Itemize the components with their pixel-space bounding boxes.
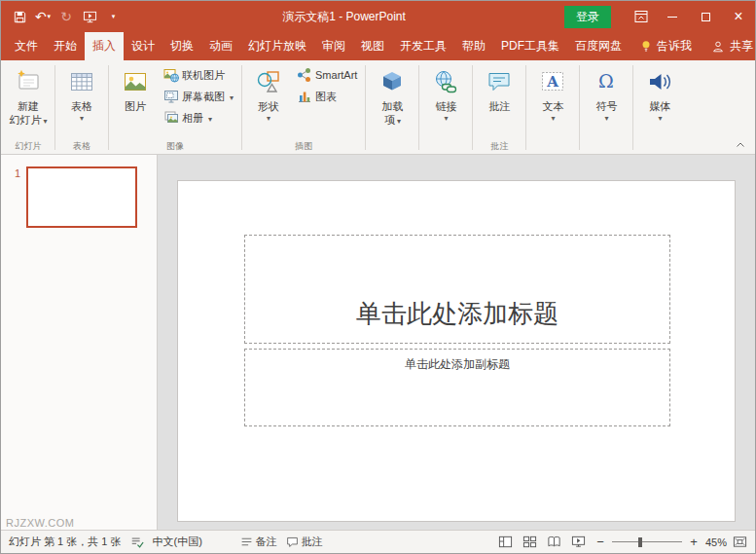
normal-view-button[interactable] [498,535,513,549]
zoom-in-button[interactable] [688,535,700,549]
fit-slide-icon [733,535,747,549]
screenshot-label: 屏幕截图 [182,90,225,104]
smartart-button[interactable]: SmartArt [292,64,362,86]
group-label-links [422,139,469,154]
group-separator [472,65,473,150]
pictures-icon [121,66,150,97]
table-label: 表格 [71,100,92,112]
title-bar-controls: 登录 [564,1,755,32]
collapse-ribbon-button[interactable] [733,138,748,152]
comments-label: 批注 [302,535,323,549]
group-separator [241,65,242,150]
share-button[interactable]: 共享 [699,32,756,60]
tab-developer-tools[interactable]: 开发工具 [392,32,454,60]
add-ins-button[interactable]: 加载 项 [369,63,415,139]
zoom-percentage[interactable]: 45% [705,536,727,548]
tab-baidu-netdisk[interactable]: 百度网盘 [567,32,630,60]
slide-counter[interactable]: 幻灯片 第 1 张，共 1 张 [9,535,122,549]
status-bar: 幻灯片 第 1 张，共 1 张 中文(中国) 备注 批注 [1,530,755,553]
tab-review[interactable]: 审阅 [314,32,353,60]
pictures-button[interactable]: 图片 [112,63,159,139]
dropdown-arrow-icon [435,113,456,123]
title-placeholder[interactable]: 单击此处添加标题 [244,235,670,344]
smartart-icon [297,67,312,83]
tab-transitions[interactable]: 切换 [162,32,201,60]
comment-button[interactable]: 批注 [476,63,522,139]
text-label: 文本 [542,100,563,112]
redo-button[interactable]: ↻ [55,4,77,29]
tab-slide-show[interactable]: 幻灯片放映 [240,32,314,60]
slide-thumbnail[interactable] [26,166,137,228]
screenshot-button[interactable]: 屏幕截图 [159,86,238,107]
tab-insert[interactable]: 插入 [85,32,124,60]
tab-animations[interactable]: 动画 [201,32,240,60]
ribbon-display-options-button[interactable] [627,1,656,32]
group-separator [108,65,109,150]
close-button[interactable] [722,1,755,32]
zoom-slider-thumb[interactable] [638,537,642,547]
text-button[interactable]: A 文本 [529,63,576,139]
zoom-out-button[interactable] [594,535,606,549]
tab-home[interactable]: 开始 [46,32,85,60]
maximize-button[interactable] [689,1,722,32]
comments-button[interactable]: 批注 [286,535,323,549]
dropdown-arrow-icon [43,114,47,126]
group-label-tables: 表格 [58,139,105,154]
language-button[interactable]: 中文(中国) [153,535,202,549]
save-button[interactable] [9,4,30,29]
symbol-button[interactable]: Ω 符号 [583,63,630,139]
slide[interactable]: 单击此处添加标题 单击此处添加副标题 [178,181,735,521]
undo-icon: ↶ [35,9,47,24]
notes-icon [240,536,253,548]
lightbulb-icon [639,39,653,54]
ribbon-group-tables: 表格 表格 [56,61,107,154]
reading-view-button[interactable] [547,535,561,549]
new-slide-button[interactable]: 新建 幻灯片 [5,63,52,139]
group-label-text [529,139,576,154]
slide-sorter-button[interactable] [522,535,537,549]
reading-view-icon [547,535,561,549]
chart-button[interactable]: 图表 [292,86,362,107]
spellcheck-button[interactable] [130,536,144,549]
tell-me-button[interactable]: 告诉我 [632,32,699,60]
slide-sorter-icon [522,535,537,549]
start-slideshow-icon [83,10,97,24]
minimize-button[interactable] [656,1,689,32]
photo-album-button[interactable]: 相册 [159,107,238,129]
ribbon: 新建 幻灯片 幻灯片 表格 表格 [1,60,755,155]
ribbon-group-illustrations: 形状 SmartArt [243,61,364,154]
dropdown-arrow-icon [258,113,279,123]
subtitle-placeholder[interactable]: 单击此处添加副标题 [244,349,670,426]
table-icon [67,66,96,97]
online-pictures-button[interactable]: 联机图片 [159,64,238,86]
customize-qat-button[interactable]: ▾ [102,4,124,29]
fit-slide-button[interactable] [733,535,747,549]
link-button[interactable]: 链接 [422,63,469,139]
slideshow-view-button[interactable] [571,535,586,549]
shapes-icon [254,66,283,97]
ribbon-tab-bar: 文件 开始 插入 设计 切换 动画 幻灯片放映 审阅 视图 开发工具 帮助 PD… [1,32,755,60]
workspace: 1 单击此处添加标题 单击此处添加副标题 RJZXW.COM [1,155,755,530]
smartart-label: SmartArt [315,69,357,81]
link-icon [431,66,460,97]
zoom-slider[interactable] [612,536,682,548]
start-slideshow-button[interactable] [79,4,100,29]
tab-design[interactable]: 设计 [124,32,162,60]
tab-pdf-toolset[interactable]: PDF工具集 [493,32,567,60]
group-label-media [636,139,683,154]
shapes-button[interactable]: 形状 [245,63,292,139]
comment-icon [485,66,514,97]
ribbon-group-addins: 加载 项 [367,61,417,154]
sign-in-button[interactable]: 登录 [564,6,611,28]
chart-icon [297,89,312,104]
table-button[interactable]: 表格 [58,63,105,139]
svg-text:A: A [547,73,559,91]
shapes-label: 形状 [258,100,279,112]
notes-button[interactable]: 备注 [240,535,277,549]
comment-bubble-icon [286,536,299,548]
undo-button[interactable]: ↶▾ [32,4,54,29]
media-button[interactable]: 媒体 [636,63,683,139]
tab-view[interactable]: 视图 [353,32,392,60]
tab-file[interactable]: 文件 [7,32,46,60]
tab-help[interactable]: 帮助 [454,32,493,60]
